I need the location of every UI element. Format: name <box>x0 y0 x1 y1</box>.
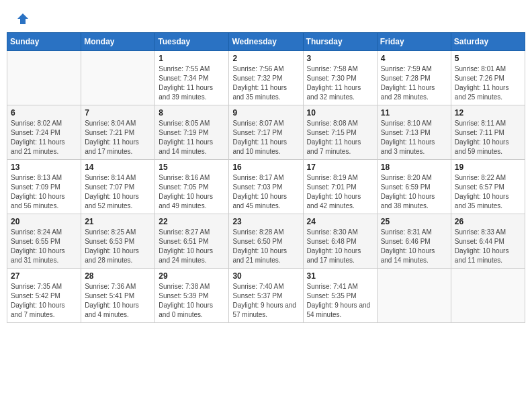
day-header-tuesday: Tuesday <box>155 33 229 51</box>
calendar-cell: 12Sunrise: 8:11 AMSunset: 7:11 PMDayligh… <box>451 105 525 160</box>
day-number: 14 <box>85 163 151 172</box>
calendar-cell: 31Sunrise: 7:41 AMSunset: 5:35 PMDayligh… <box>303 269 377 323</box>
day-info: Sunrise: 8:05 AMSunset: 7:19 PMDaylight:… <box>159 119 225 156</box>
calendar-cell: 21Sunrise: 8:25 AMSunset: 6:53 PMDayligh… <box>81 214 155 269</box>
day-header-thursday: Thursday <box>303 33 377 51</box>
day-number: 22 <box>159 217 225 226</box>
day-number: 18 <box>381 163 447 172</box>
day-number: 17 <box>307 163 373 172</box>
day-number: 30 <box>232 271 299 281</box>
calendar-cell: 13Sunrise: 8:13 AMSunset: 7:09 PMDayligh… <box>7 160 81 214</box>
day-info: Sunrise: 7:59 AMSunset: 7:28 PMDaylight:… <box>381 64 447 102</box>
calendar-week-3: 13Sunrise: 8:13 AMSunset: 7:09 PMDayligh… <box>7 160 525 214</box>
day-info: Sunrise: 8:28 AMSunset: 6:50 PMDaylight:… <box>232 228 299 265</box>
calendar-cell <box>7 51 81 105</box>
calendar-week-1: 1Sunrise: 7:55 AMSunset: 7:34 PMDaylight… <box>7 51 525 105</box>
day-number: 9 <box>232 108 299 118</box>
calendar-cell: 3Sunrise: 7:58 AMSunset: 7:30 PMDaylight… <box>303 51 377 105</box>
day-info: Sunrise: 8:13 AMSunset: 7:09 PMDaylight:… <box>11 173 77 211</box>
day-number: 8 <box>159 108 225 118</box>
calendar-cell: 29Sunrise: 7:38 AMSunset: 5:39 PMDayligh… <box>155 269 229 323</box>
calendar-cell: 19Sunrise: 8:22 AMSunset: 6:57 PMDayligh… <box>451 160 525 214</box>
calendar-cell: 1Sunrise: 7:55 AMSunset: 7:34 PMDaylight… <box>155 51 229 105</box>
day-header-sunday: Sunday <box>7 33 81 51</box>
day-number: 5 <box>455 54 521 63</box>
calendar-cell: 26Sunrise: 8:33 AMSunset: 6:44 PMDayligh… <box>451 214 525 269</box>
calendar-week-2: 6Sunrise: 8:02 AMSunset: 7:24 PMDaylight… <box>7 105 525 160</box>
calendar-cell: 24Sunrise: 8:30 AMSunset: 6:48 PMDayligh… <box>303 214 377 269</box>
day-number: 16 <box>232 163 299 172</box>
day-number: 12 <box>455 108 521 118</box>
page-header <box>7 7 525 28</box>
calendar-cell <box>451 269 525 323</box>
calendar-cell: 25Sunrise: 8:31 AMSunset: 6:46 PMDayligh… <box>377 214 451 269</box>
day-info: Sunrise: 8:22 AMSunset: 6:57 PMDaylight:… <box>455 173 521 211</box>
logo <box>13 12 30 26</box>
day-info: Sunrise: 7:40 AMSunset: 5:37 PMDaylight:… <box>232 282 299 320</box>
calendar-cell: 18Sunrise: 8:20 AMSunset: 6:59 PMDayligh… <box>377 160 451 214</box>
day-number: 24 <box>307 217 373 226</box>
day-info: Sunrise: 8:17 AMSunset: 7:03 PMDaylight:… <box>232 173 299 211</box>
day-info: Sunrise: 8:24 AMSunset: 6:55 PMDaylight:… <box>11 228 77 265</box>
calendar-cell: 2Sunrise: 7:56 AMSunset: 7:32 PMDaylight… <box>229 51 303 105</box>
day-number: 7 <box>85 108 151 118</box>
svg-marker-0 <box>17 13 28 24</box>
day-number: 11 <box>381 108 447 118</box>
calendar-week-5: 27Sunrise: 7:35 AMSunset: 5:42 PMDayligh… <box>7 269 525 323</box>
day-header-wednesday: Wednesday <box>229 33 303 51</box>
day-info: Sunrise: 8:01 AMSunset: 7:26 PMDaylight:… <box>455 64 521 102</box>
calendar-cell: 7Sunrise: 8:04 AMSunset: 7:21 PMDaylight… <box>81 105 155 160</box>
day-info: Sunrise: 7:58 AMSunset: 7:30 PMDaylight:… <box>307 64 373 102</box>
day-info: Sunrise: 8:33 AMSunset: 6:44 PMDaylight:… <box>455 228 521 265</box>
calendar-cell: 11Sunrise: 8:10 AMSunset: 7:13 PMDayligh… <box>377 105 451 160</box>
day-info: Sunrise: 7:41 AMSunset: 5:35 PMDaylight:… <box>307 282 373 320</box>
day-number: 10 <box>307 108 373 118</box>
day-number: 3 <box>307 54 373 63</box>
day-header-saturday: Saturday <box>451 33 525 51</box>
day-header-monday: Monday <box>81 33 155 51</box>
day-info: Sunrise: 8:31 AMSunset: 6:46 PMDaylight:… <box>381 228 447 265</box>
calendar-cell: 27Sunrise: 7:35 AMSunset: 5:42 PMDayligh… <box>7 269 81 323</box>
calendar-cell: 15Sunrise: 8:16 AMSunset: 7:05 PMDayligh… <box>155 160 229 214</box>
calendar-cell: 9Sunrise: 8:07 AMSunset: 7:17 PMDaylight… <box>229 105 303 160</box>
calendar-cell: 16Sunrise: 8:17 AMSunset: 7:03 PMDayligh… <box>229 160 303 214</box>
day-number: 13 <box>11 163 77 172</box>
day-info: Sunrise: 8:08 AMSunset: 7:15 PMDaylight:… <box>307 119 373 156</box>
day-number: 2 <box>232 54 299 63</box>
day-number: 23 <box>232 217 299 226</box>
calendar-cell: 20Sunrise: 8:24 AMSunset: 6:55 PMDayligh… <box>7 214 81 269</box>
calendar-cell: 28Sunrise: 7:36 AMSunset: 5:41 PMDayligh… <box>81 269 155 323</box>
day-number: 29 <box>159 271 225 281</box>
day-info: Sunrise: 8:27 AMSunset: 6:51 PMDaylight:… <box>159 228 225 265</box>
day-info: Sunrise: 8:30 AMSunset: 6:48 PMDaylight:… <box>307 228 373 265</box>
day-number: 26 <box>455 217 521 226</box>
day-info: Sunrise: 8:14 AMSunset: 7:07 PMDaylight:… <box>85 173 151 211</box>
day-number: 28 <box>85 271 151 281</box>
day-info: Sunrise: 8:20 AMSunset: 6:59 PMDaylight:… <box>381 173 447 211</box>
day-info: Sunrise: 8:04 AMSunset: 7:21 PMDaylight:… <box>85 119 151 156</box>
day-info: Sunrise: 8:16 AMSunset: 7:05 PMDaylight:… <box>159 173 225 211</box>
calendar-week-4: 20Sunrise: 8:24 AMSunset: 6:55 PMDayligh… <box>7 214 525 269</box>
day-info: Sunrise: 7:55 AMSunset: 7:34 PMDaylight:… <box>159 64 225 102</box>
calendar-cell: 23Sunrise: 8:28 AMSunset: 6:50 PMDayligh… <box>229 214 303 269</box>
day-info: Sunrise: 8:10 AMSunset: 7:13 PMDaylight:… <box>381 119 447 156</box>
day-number: 31 <box>307 271 373 281</box>
day-info: Sunrise: 7:35 AMSunset: 5:42 PMDaylight:… <box>11 282 77 320</box>
calendar-cell <box>377 269 451 323</box>
day-number: 21 <box>85 217 151 226</box>
day-number: 27 <box>11 271 77 281</box>
logo-icon <box>16 12 30 26</box>
calendar-header-row: SundayMondayTuesdayWednesdayThursdayFrid… <box>7 33 525 51</box>
calendar-cell: 8Sunrise: 8:05 AMSunset: 7:19 PMDaylight… <box>155 105 229 160</box>
day-info: Sunrise: 8:11 AMSunset: 7:11 PMDaylight:… <box>455 119 521 156</box>
day-info: Sunrise: 8:02 AMSunset: 7:24 PMDaylight:… <box>11 119 77 156</box>
day-number: 20 <box>11 217 77 226</box>
calendar-table: SundayMondayTuesdayWednesdayThursdayFrid… <box>7 32 525 323</box>
day-number: 6 <box>11 108 77 118</box>
calendar-cell <box>81 51 155 105</box>
calendar-cell: 5Sunrise: 8:01 AMSunset: 7:26 PMDaylight… <box>451 51 525 105</box>
day-number: 19 <box>455 163 521 172</box>
day-number: 4 <box>381 54 447 63</box>
calendar-cell: 17Sunrise: 8:19 AMSunset: 7:01 PMDayligh… <box>303 160 377 214</box>
calendar-cell: 14Sunrise: 8:14 AMSunset: 7:07 PMDayligh… <box>81 160 155 214</box>
